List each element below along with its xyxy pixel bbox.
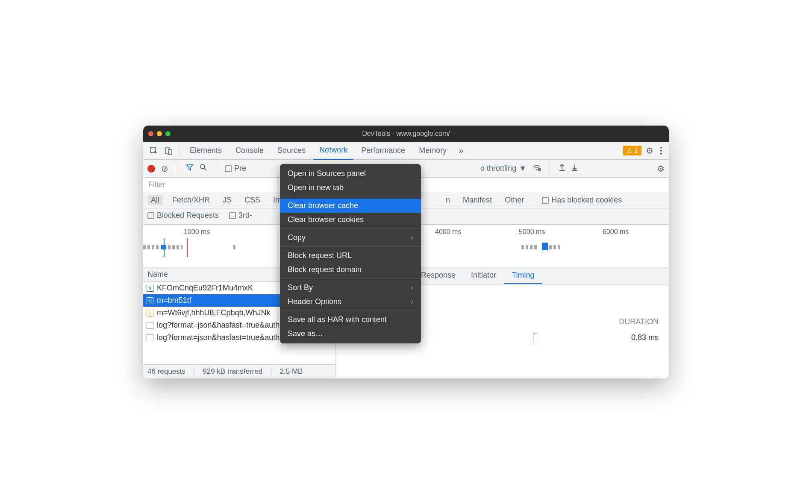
issues-badge[interactable]: ⚠ 1 <box>623 146 641 155</box>
divider <box>177 164 177 174</box>
issues-count: 1 <box>634 147 638 155</box>
minimize-window-button[interactable] <box>157 131 162 136</box>
divider <box>179 146 179 156</box>
file-icon <box>147 322 153 329</box>
submenu-arrow-icon: › <box>411 297 413 306</box>
record-button[interactable] <box>147 165 155 173</box>
cm-separator <box>280 246 421 247</box>
timeline-tick: 5000 ms <box>519 228 545 236</box>
request-name: m=Wt6vjf,hhhU8,FCpbqb,WhJNk <box>157 308 271 317</box>
resources-size: 2.5 MB <box>280 367 303 376</box>
tab-network[interactable]: Network <box>313 142 353 160</box>
filter-partial[interactable]: n <box>442 195 453 205</box>
file-icon: ◇ <box>147 310 153 316</box>
svg-line-4 <box>204 168 206 170</box>
cm-sort-by[interactable]: Sort By› <box>280 281 421 295</box>
cm-separator <box>280 278 421 279</box>
cm-open-new-tab[interactable]: Open in new tab <box>280 181 421 195</box>
file-icon: ◇ <box>147 297 153 304</box>
warning-icon: ⚠ <box>627 147 633 155</box>
devtools-window: DevTools - www.google.com/ Elements Cons… <box>143 126 669 378</box>
cm-separator <box>280 196 421 197</box>
preserve-log-checkbox[interactable]: Pre <box>225 164 246 173</box>
cm-separator <box>280 311 421 311</box>
cm-clear-cookies[interactable]: Clear browser cookies <box>280 213 421 227</box>
filter-icon[interactable] <box>186 164 194 173</box>
blocked-requests-checkbox[interactable]: Blocked Requests <box>147 211 219 220</box>
queueing-bar <box>533 334 537 342</box>
filter-other[interactable]: Other <box>501 195 527 205</box>
clear-icon[interactable]: ⊘ <box>161 164 168 174</box>
filter-css[interactable]: CSS <box>241 195 264 205</box>
svg-point-3 <box>200 164 205 169</box>
cm-header-options[interactable]: Header Options› <box>280 295 421 309</box>
tab-initiator[interactable]: Initiator <box>463 267 504 284</box>
tab-timing[interactable]: Timing <box>504 267 542 284</box>
tab-console[interactable]: Console <box>229 142 270 160</box>
request-name: m=bm51tf <box>157 296 191 305</box>
divider <box>216 164 216 174</box>
network-settings-icon[interactable]: ⚙ <box>657 164 665 174</box>
tab-memory[interactable]: Memory <box>413 142 453 160</box>
filter-fetchxhr[interactable]: Fetch/XHR <box>169 195 213 205</box>
cm-copy[interactable]: Copy› <box>280 231 421 245</box>
more-tabs-icon[interactable]: » <box>454 146 468 155</box>
svg-point-5 <box>536 169 537 170</box>
inspect-element-icon[interactable] <box>147 144 160 157</box>
wifi-icon[interactable] <box>533 164 541 173</box>
checkbox-icon <box>542 197 549 204</box>
request-name: log?format=json&hasfast=true&authu… <box>157 321 291 330</box>
traffic-lights <box>148 131 171 136</box>
maximize-window-button[interactable] <box>165 131 171 136</box>
file-icon: ⬇ <box>147 285 153 292</box>
request-name: log?format=json&hasfast=true&authu… <box>157 333 291 342</box>
cm-clear-cache[interactable]: Clear browser cache <box>280 199 421 213</box>
filter-all[interactable]: All <box>147 195 163 205</box>
cm-open-sources[interactable]: Open in Sources panel <box>280 167 421 181</box>
cm-separator <box>280 229 421 229</box>
third-party-checkbox[interactable]: 3rd- <box>229 211 252 220</box>
upload-icon[interactable] <box>559 164 565 173</box>
dropdown-icon: ▼ <box>519 164 527 173</box>
file-icon <box>147 334 153 341</box>
window-title: DevTools - www.google.com/ <box>362 130 450 138</box>
close-window-button[interactable] <box>148 131 153 136</box>
timeline-tick: 1000 ms <box>184 228 210 236</box>
download-icon[interactable] <box>571 164 578 173</box>
checkbox-icon <box>229 212 236 219</box>
submenu-arrow-icon: › <box>411 283 413 292</box>
cm-block-url[interactable]: Block request URL <box>280 249 421 263</box>
kebab-menu-icon[interactable] <box>658 147 665 155</box>
cm-block-domain[interactable]: Block request domain <box>280 263 421 277</box>
request-name: KFOmCnqEu92Fr1Mu4mxK <box>157 284 253 293</box>
tab-performance[interactable]: Performance <box>355 142 411 160</box>
timeline-handle[interactable] <box>543 243 547 249</box>
cm-save-as[interactable]: Save as… <box>280 327 421 341</box>
panel-tabstrip: Elements Console Sources Network Perform… <box>143 142 669 160</box>
svg-rect-2 <box>168 149 172 155</box>
filter-js[interactable]: JS <box>219 195 235 205</box>
has-blocked-cookies-checkbox[interactable]: Has blocked cookies <box>542 196 622 205</box>
tab-elements[interactable]: Elements <box>184 142 228 160</box>
settings-icon[interactable]: ⚙ <box>646 146 653 156</box>
throttling-select[interactable]: o throttling ▼ <box>480 164 527 173</box>
tab-sources[interactable]: Sources <box>271 142 312 160</box>
request-count: 46 requests <box>147 367 185 376</box>
checkbox-icon <box>225 165 232 172</box>
submenu-arrow-icon: › <box>411 233 413 242</box>
context-menu: Open in Sources panel Open in new tab Cl… <box>280 164 421 343</box>
divider <box>550 164 550 174</box>
duration-header: DURATION <box>619 317 659 326</box>
timeline-tick: 4000 ms <box>435 228 461 236</box>
titlebar: DevTools - www.google.com/ <box>143 126 669 142</box>
search-icon[interactable] <box>200 164 207 173</box>
queueing-duration: 0.83 ms <box>631 333 659 342</box>
transferred-size: 929 kB transferred <box>203 367 262 376</box>
checkbox-icon <box>147 212 154 219</box>
timeline-tick: 6000 ms <box>603 228 629 236</box>
status-bar: 46 requests | 929 kB transferred | 2.5 M… <box>143 364 335 378</box>
cm-save-har[interactable]: Save all as HAR with content <box>280 313 421 327</box>
filter-manifest[interactable]: Manifest <box>459 195 495 205</box>
device-toolbar-icon[interactable] <box>162 144 175 157</box>
